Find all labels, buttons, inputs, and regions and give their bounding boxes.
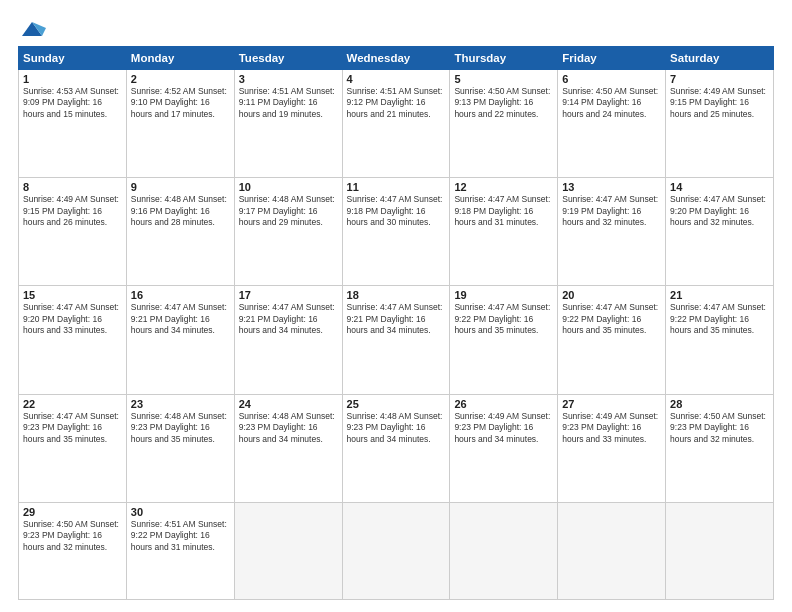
day-info: Sunrise: 4:49 AM Sunset: 9:23 PM Dayligh… xyxy=(454,411,553,445)
day-info: Sunrise: 4:47 AM Sunset: 9:22 PM Dayligh… xyxy=(670,302,769,336)
day-cell: 7Sunrise: 4:49 AM Sunset: 9:15 PM Daylig… xyxy=(666,70,774,178)
day-cell: 15Sunrise: 4:47 AM Sunset: 9:20 PM Dayli… xyxy=(19,286,127,394)
day-number: 19 xyxy=(454,289,553,301)
day-info: Sunrise: 4:47 AM Sunset: 9:23 PM Dayligh… xyxy=(23,411,122,445)
day-cell: 17Sunrise: 4:47 AM Sunset: 9:21 PM Dayli… xyxy=(234,286,342,394)
day-number: 20 xyxy=(562,289,661,301)
day-number: 18 xyxy=(347,289,446,301)
day-cell: 4Sunrise: 4:51 AM Sunset: 9:12 PM Daylig… xyxy=(342,70,450,178)
day-cell: 3Sunrise: 4:51 AM Sunset: 9:11 PM Daylig… xyxy=(234,70,342,178)
day-cell: 20Sunrise: 4:47 AM Sunset: 9:22 PM Dayli… xyxy=(558,286,666,394)
day-number: 2 xyxy=(131,73,230,85)
day-number: 26 xyxy=(454,398,553,410)
day-info: Sunrise: 4:48 AM Sunset: 9:23 PM Dayligh… xyxy=(239,411,338,445)
day-number: 9 xyxy=(131,181,230,193)
day-info: Sunrise: 4:47 AM Sunset: 9:21 PM Dayligh… xyxy=(347,302,446,336)
day-info: Sunrise: 4:48 AM Sunset: 9:23 PM Dayligh… xyxy=(347,411,446,445)
day-info: Sunrise: 4:47 AM Sunset: 9:22 PM Dayligh… xyxy=(454,302,553,336)
day-info: Sunrise: 4:53 AM Sunset: 9:09 PM Dayligh… xyxy=(23,86,122,120)
day-cell: 10Sunrise: 4:48 AM Sunset: 9:17 PM Dayli… xyxy=(234,178,342,286)
day-number: 6 xyxy=(562,73,661,85)
col-header-tuesday: Tuesday xyxy=(234,47,342,70)
day-cell: 8Sunrise: 4:49 AM Sunset: 9:15 PM Daylig… xyxy=(19,178,127,286)
day-number: 15 xyxy=(23,289,122,301)
day-cell: 1Sunrise: 4:53 AM Sunset: 9:09 PM Daylig… xyxy=(19,70,127,178)
day-cell: 26Sunrise: 4:49 AM Sunset: 9:23 PM Dayli… xyxy=(450,394,558,502)
day-cell: 11Sunrise: 4:47 AM Sunset: 9:18 PM Dayli… xyxy=(342,178,450,286)
day-cell: 25Sunrise: 4:48 AM Sunset: 9:23 PM Dayli… xyxy=(342,394,450,502)
day-cell: 13Sunrise: 4:47 AM Sunset: 9:19 PM Dayli… xyxy=(558,178,666,286)
day-number: 7 xyxy=(670,73,769,85)
day-cell: 2Sunrise: 4:52 AM Sunset: 9:10 PM Daylig… xyxy=(126,70,234,178)
logo-icon xyxy=(18,18,46,40)
day-number: 25 xyxy=(347,398,446,410)
day-info: Sunrise: 4:47 AM Sunset: 9:18 PM Dayligh… xyxy=(454,194,553,228)
week-row: 8Sunrise: 4:49 AM Sunset: 9:15 PM Daylig… xyxy=(19,178,774,286)
day-cell xyxy=(450,502,558,599)
col-header-monday: Monday xyxy=(126,47,234,70)
day-info: Sunrise: 4:51 AM Sunset: 9:22 PM Dayligh… xyxy=(131,519,230,553)
day-cell: 28Sunrise: 4:50 AM Sunset: 9:23 PM Dayli… xyxy=(666,394,774,502)
day-number: 28 xyxy=(670,398,769,410)
day-number: 12 xyxy=(454,181,553,193)
day-cell xyxy=(342,502,450,599)
day-number: 17 xyxy=(239,289,338,301)
day-cell: 6Sunrise: 4:50 AM Sunset: 9:14 PM Daylig… xyxy=(558,70,666,178)
day-info: Sunrise: 4:47 AM Sunset: 9:18 PM Dayligh… xyxy=(347,194,446,228)
col-header-saturday: Saturday xyxy=(666,47,774,70)
day-info: Sunrise: 4:49 AM Sunset: 9:15 PM Dayligh… xyxy=(23,194,122,228)
day-number: 16 xyxy=(131,289,230,301)
col-header-sunday: Sunday xyxy=(19,47,127,70)
day-info: Sunrise: 4:50 AM Sunset: 9:14 PM Dayligh… xyxy=(562,86,661,120)
day-number: 24 xyxy=(239,398,338,410)
day-info: Sunrise: 4:47 AM Sunset: 9:22 PM Dayligh… xyxy=(562,302,661,336)
col-header-thursday: Thursday xyxy=(450,47,558,70)
day-info: Sunrise: 4:47 AM Sunset: 9:20 PM Dayligh… xyxy=(670,194,769,228)
day-cell: 27Sunrise: 4:49 AM Sunset: 9:23 PM Dayli… xyxy=(558,394,666,502)
day-info: Sunrise: 4:49 AM Sunset: 9:23 PM Dayligh… xyxy=(562,411,661,445)
day-number: 21 xyxy=(670,289,769,301)
header-row: SundayMondayTuesdayWednesdayThursdayFrid… xyxy=(19,47,774,70)
day-cell: 19Sunrise: 4:47 AM Sunset: 9:22 PM Dayli… xyxy=(450,286,558,394)
day-info: Sunrise: 4:47 AM Sunset: 9:19 PM Dayligh… xyxy=(562,194,661,228)
week-row: 15Sunrise: 4:47 AM Sunset: 9:20 PM Dayli… xyxy=(19,286,774,394)
day-number: 22 xyxy=(23,398,122,410)
day-cell: 21Sunrise: 4:47 AM Sunset: 9:22 PM Dayli… xyxy=(666,286,774,394)
week-row: 22Sunrise: 4:47 AM Sunset: 9:23 PM Dayli… xyxy=(19,394,774,502)
day-number: 29 xyxy=(23,506,122,518)
day-number: 14 xyxy=(670,181,769,193)
header xyxy=(18,18,774,40)
col-header-wednesday: Wednesday xyxy=(342,47,450,70)
day-cell: 5Sunrise: 4:50 AM Sunset: 9:13 PM Daylig… xyxy=(450,70,558,178)
day-number: 8 xyxy=(23,181,122,193)
day-info: Sunrise: 4:47 AM Sunset: 9:21 PM Dayligh… xyxy=(131,302,230,336)
day-info: Sunrise: 4:52 AM Sunset: 9:10 PM Dayligh… xyxy=(131,86,230,120)
day-number: 13 xyxy=(562,181,661,193)
day-info: Sunrise: 4:48 AM Sunset: 9:17 PM Dayligh… xyxy=(239,194,338,228)
col-header-friday: Friday xyxy=(558,47,666,70)
day-cell: 22Sunrise: 4:47 AM Sunset: 9:23 PM Dayli… xyxy=(19,394,127,502)
day-number: 5 xyxy=(454,73,553,85)
day-cell xyxy=(666,502,774,599)
day-number: 1 xyxy=(23,73,122,85)
day-info: Sunrise: 4:49 AM Sunset: 9:15 PM Dayligh… xyxy=(670,86,769,120)
day-number: 27 xyxy=(562,398,661,410)
day-info: Sunrise: 4:51 AM Sunset: 9:11 PM Dayligh… xyxy=(239,86,338,120)
day-info: Sunrise: 4:50 AM Sunset: 9:13 PM Dayligh… xyxy=(454,86,553,120)
day-info: Sunrise: 4:48 AM Sunset: 9:16 PM Dayligh… xyxy=(131,194,230,228)
week-row: 29Sunrise: 4:50 AM Sunset: 9:23 PM Dayli… xyxy=(19,502,774,599)
logo xyxy=(18,18,50,40)
day-cell: 9Sunrise: 4:48 AM Sunset: 9:16 PM Daylig… xyxy=(126,178,234,286)
day-info: Sunrise: 4:47 AM Sunset: 9:21 PM Dayligh… xyxy=(239,302,338,336)
calendar-table: SundayMondayTuesdayWednesdayThursdayFrid… xyxy=(18,46,774,600)
day-cell: 16Sunrise: 4:47 AM Sunset: 9:21 PM Dayli… xyxy=(126,286,234,394)
day-cell xyxy=(234,502,342,599)
day-cell: 12Sunrise: 4:47 AM Sunset: 9:18 PM Dayli… xyxy=(450,178,558,286)
day-cell: 18Sunrise: 4:47 AM Sunset: 9:21 PM Dayli… xyxy=(342,286,450,394)
week-row: 1Sunrise: 4:53 AM Sunset: 9:09 PM Daylig… xyxy=(19,70,774,178)
day-info: Sunrise: 4:47 AM Sunset: 9:20 PM Dayligh… xyxy=(23,302,122,336)
day-number: 30 xyxy=(131,506,230,518)
day-cell: 30Sunrise: 4:51 AM Sunset: 9:22 PM Dayli… xyxy=(126,502,234,599)
day-number: 10 xyxy=(239,181,338,193)
day-info: Sunrise: 4:51 AM Sunset: 9:12 PM Dayligh… xyxy=(347,86,446,120)
